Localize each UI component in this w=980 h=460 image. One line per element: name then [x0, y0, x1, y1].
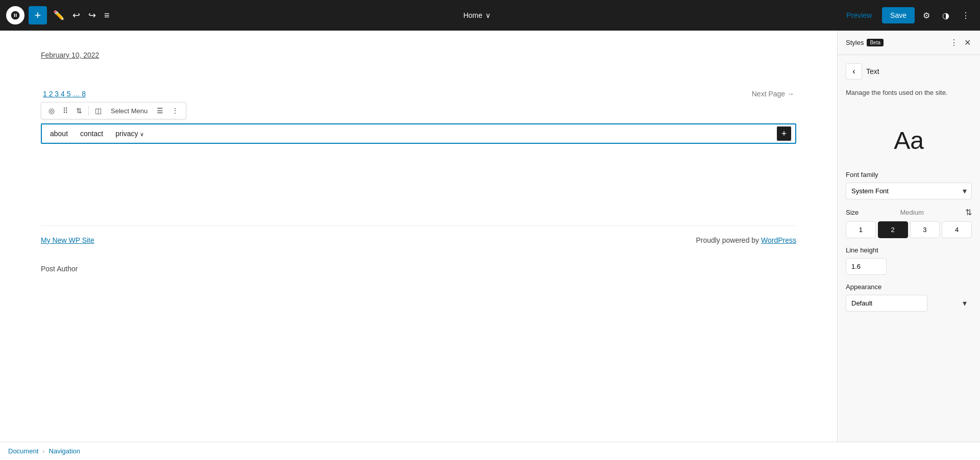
pagination-numbers[interactable]: 1 2 3 4 5 … 8 [43, 90, 86, 98]
powered-by-text: Proudly powered by WordPress [696, 236, 796, 244]
redo-button[interactable]: ↪ [84, 6, 100, 25]
panel-more-button[interactable]: ⋮ [949, 37, 959, 48]
styles-panel: Styles Beta ⋮ ✕ ‹ Text Manage the fonts … [837, 31, 980, 460]
line-height-input[interactable] [846, 258, 887, 275]
nav-block-toolbar: ◎ ⠿ ⇅ ◫ Select Menu ☰ ⋮ [41, 102, 186, 119]
list-view-button[interactable]: ≡ [100, 6, 114, 25]
size-btn-2[interactable]: 2 [878, 221, 908, 238]
styles-panel-header: Styles Beta ⋮ ✕ [838, 31, 980, 55]
panel-section-title: Text [866, 67, 879, 75]
editor-area[interactable]: February 10, 2022 1 2 3 4 5 … 8 Next Pag… [0, 31, 837, 460]
toolbar-right: Preview Save ⚙ ◑ ⋮ [840, 7, 974, 24]
font-family-select[interactable]: System Font Arial Georgia Helvetica Time… [846, 183, 972, 199]
nav-menu-bar: about contact privacy + [41, 123, 796, 144]
undo-button[interactable]: ↩ [68, 6, 84, 25]
aa-preview-text: Aa [894, 126, 924, 155]
breadcrumb-separator: › [42, 447, 44, 455]
breadcrumb-document[interactable]: Document [8, 447, 38, 455]
toolbar-center: Home ∨ [114, 11, 841, 19]
appearance-select[interactable]: Default Thin Regular Medium Bold Black [846, 295, 927, 312]
back-navigation: ‹ Text [846, 63, 972, 80]
next-page-link[interactable]: Next Page → [752, 90, 794, 98]
panel-close-button[interactable]: ✕ [963, 37, 972, 48]
nav-item-privacy[interactable]: privacy [115, 130, 143, 138]
preview-button[interactable]: Preview [840, 8, 878, 22]
toolbar-divider [88, 106, 89, 116]
site-name-link[interactable]: My New WP Site [41, 236, 94, 244]
size-adjust-button[interactable]: ⇅ [965, 208, 972, 217]
select-menu-button[interactable]: Select Menu [107, 105, 152, 117]
wordpress-link[interactable]: WordPress [761, 236, 796, 244]
page-name: Home [463, 11, 482, 19]
nav-align-button[interactable]: ☰ [154, 105, 166, 117]
nav-move-button[interactable]: ⇅ [73, 105, 85, 117]
nav-item-about[interactable]: about [50, 130, 68, 138]
nav-justify-button[interactable]: ◫ [92, 105, 105, 117]
nav-block-wrapper: ◎ ⠿ ⇅ ◫ Select Menu ☰ ⋮ about contact pr… [41, 102, 796, 144]
add-block-button[interactable]: + [29, 6, 47, 24]
panel-header-left: Styles Beta [846, 39, 884, 46]
size-buttons: 1 2 3 4 [846, 221, 972, 238]
nav-settings-button[interactable]: ◎ [45, 105, 58, 117]
beta-badge: Beta [867, 39, 884, 46]
settings-button[interactable]: ⚙ [919, 7, 934, 24]
post-author-section: Post Author [41, 265, 796, 273]
theme-toggle-button[interactable]: ◑ [938, 7, 953, 24]
nav-add-item-button[interactable]: + [777, 126, 791, 141]
page-selector-dropdown[interactable]: Home ∨ [463, 11, 491, 19]
more-options-button[interactable]: ⋮ [958, 7, 974, 24]
footer-area: My New WP Site Proudly powered by WordPr… [41, 225, 796, 254]
tools-button[interactable]: ✏️ [49, 6, 68, 25]
panel-header-right: ⋮ ✕ [949, 37, 972, 48]
powered-by-label: Proudly powered by [696, 236, 761, 244]
appearance-label: Appearance [846, 283, 972, 291]
breadcrumb-navigation[interactable]: Navigation [49, 447, 80, 455]
styles-panel-title: Styles [846, 39, 864, 46]
main-content: February 10, 2022 1 2 3 4 5 … 8 Next Pag… [0, 31, 980, 460]
chevron-down-icon: ∨ [485, 11, 491, 19]
size-label: Size [846, 209, 859, 216]
nav-item-contact[interactable]: contact [80, 130, 103, 138]
line-height-section: Line height [846, 246, 972, 275]
size-value: Medium [900, 209, 924, 216]
post-date: February 10, 2022 [41, 51, 796, 59]
size-btn-4[interactable]: 4 [942, 221, 972, 238]
line-height-label: Line height [846, 246, 972, 254]
back-button[interactable]: ‹ [846, 63, 862, 80]
appearance-select-wrapper: Default Thin Regular Medium Bold Black [846, 295, 972, 312]
save-button[interactable]: Save [882, 7, 915, 23]
size-btn-3[interactable]: 3 [910, 221, 940, 238]
pagination-area: 1 2 3 4 5 … 8 Next Page → [41, 90, 796, 98]
wp-logo [6, 6, 24, 24]
nav-more-button[interactable]: ⋮ [168, 105, 182, 117]
nav-drag-button[interactable]: ⠿ [60, 105, 71, 117]
appearance-section: Appearance Default Thin Regular Medium B… [846, 283, 972, 312]
font-family-label: Font family [846, 171, 972, 178]
size-btn-1[interactable]: 1 [846, 221, 876, 238]
aa-preview: Aa [846, 110, 972, 171]
panel-description: Manage the fonts used on the site. [846, 88, 972, 98]
size-row: Size Medium ⇅ [846, 208, 972, 217]
top-toolbar: + ✏️ ↩ ↪ ≡ Home ∨ Preview Save ⚙ ◑ ⋮ [0, 0, 980, 31]
font-family-select-wrapper: System Font Arial Georgia Helvetica Time… [846, 183, 972, 199]
bottom-bar: Document › Navigation [0, 442, 980, 460]
post-author-label: Post Author [41, 265, 78, 273]
panel-content: ‹ Text Manage the fonts used on the site… [838, 55, 980, 328]
